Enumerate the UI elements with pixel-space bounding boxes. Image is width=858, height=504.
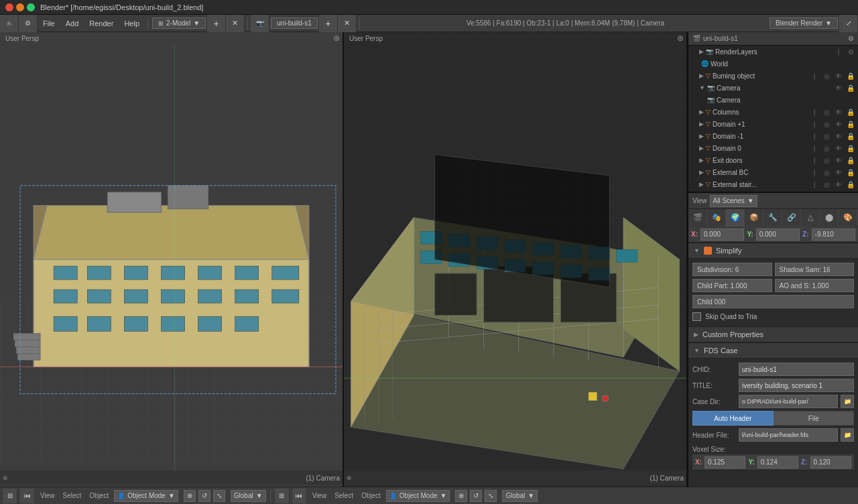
props-tab-scene[interactable]: 🎭	[707, 209, 726, 227]
props-tab-constraints[interactable]: 🔗	[782, 209, 801, 227]
props-tab-world[interactable]: 🌍	[726, 209, 745, 227]
outliner-item-camera-group[interactable]: ▼ 📷 Camera 👁 🔒	[688, 82, 858, 94]
blender-menu-button[interactable]: ⎌	[0, 15, 19, 32]
status-object-left[interactable]: Object	[86, 492, 111, 499]
domain0-cursor[interactable]: ◎	[822, 145, 831, 152]
header-file-value[interactable]: l/uni-build-par/header.fds	[739, 428, 838, 442]
col-eye[interactable]: 👁	[834, 109, 843, 116]
outliner-item-camera-child[interactable]: 📷 Camera	[688, 94, 858, 106]
props-tab-data[interactable]: △	[801, 209, 820, 227]
props-tab-texture[interactable]: 🎨	[839, 209, 857, 227]
outliner-item-domain-plus1[interactable]: ▶ ▽ Domain +1 | ◎ 👁 🔒	[688, 118, 858, 130]
fds-case-section-header[interactable]: ▼ FDS Case	[688, 342, 858, 359]
exit-lock[interactable]: 🔒	[846, 157, 855, 164]
viewport-right-options[interactable]: ⊕	[677, 34, 684, 43]
scene-selector[interactable]: All Scenes ▼	[710, 195, 757, 207]
close-layout-button[interactable]: ✕	[226, 15, 245, 32]
viewport-left[interactable]: User Persp ⊕	[0, 32, 344, 487]
estair-eye[interactable]: 👁	[834, 181, 843, 188]
props-tab-object[interactable]: 📦	[745, 209, 763, 227]
domainm1-lock[interactable]: 🔒	[846, 133, 855, 140]
outliner-settings-icon[interactable]: ⚙	[848, 35, 854, 42]
settings-button[interactable]: ⚙	[19, 15, 38, 32]
burning-lock-icon[interactable]: 🔒	[846, 72, 855, 80]
file-button[interactable]: File	[774, 411, 855, 426]
layout-selector[interactable]: ⊞ 2-Model ▼	[152, 17, 206, 29]
outliner-item-columns[interactable]: ▶ ▽ Columns | ◎ 👁 🔒	[688, 106, 858, 118]
props-tab-render[interactable]: 🎬	[688, 209, 707, 227]
title-value[interactable]: iversity building, scenario 1	[739, 379, 854, 392]
y-coord-field[interactable]: 0.000	[756, 229, 800, 241]
auto-header-button[interactable]: Auto Header	[692, 411, 774, 426]
shadow-sam-field[interactable]: Shadow Sam: 16	[775, 263, 855, 276]
custom-props-section-header[interactable]: ▶ Custom Properties	[688, 326, 858, 342]
transform-select-right[interactable]: Global ▼	[502, 490, 538, 502]
menu-file[interactable]: File	[38, 15, 60, 32]
outliner[interactable]: 🎬 uni-build-s1 ⚙ ▶ 📷 RenderLayers | ⚙ 🌐	[688, 32, 858, 193]
close-workspace-button[interactable]: ✕	[338, 15, 357, 32]
ebc-cursor[interactable]: ◎	[822, 169, 831, 176]
col-lock[interactable]: 🔒	[846, 109, 855, 116]
add-layout-button[interactable]: +	[207, 15, 226, 32]
properties-content[interactable]: ▼ Simplify Subdivision: 6 Shadow Sam: 16…	[688, 243, 858, 487]
case-dir-value[interactable]: o DIPRADI/uni-build-par/	[739, 395, 838, 408]
mode-select-left[interactable]: 👤 Object Mode ▼	[114, 490, 178, 502]
voxel-z-field[interactable]: 0.120	[810, 456, 851, 468]
exit-cursor[interactable]: ◎	[822, 157, 831, 164]
status-select-left[interactable]: Select	[60, 492, 84, 499]
ebc-lock[interactable]: 🔒	[846, 169, 855, 176]
ebc-eye[interactable]: 👁	[834, 169, 843, 176]
status-object-right[interactable]: Object	[359, 492, 383, 499]
outliner-item-exit-doors[interactable]: ▶ ▽ Exit doors | ◎ 👁 🔒	[688, 154, 858, 166]
estair-cursor[interactable]: ◎	[822, 181, 831, 188]
case-dir-browse-button[interactable]: 📁	[841, 395, 854, 408]
status-view-left[interactable]: View	[38, 492, 58, 499]
workspace-selector[interactable]: uni-build-s1	[271, 17, 318, 29]
outliner-item-world[interactable]: 🌐 World	[688, 58, 858, 70]
domainm1-cursor[interactable]: ◎	[822, 133, 831, 140]
scale-right[interactable]: ⤡	[485, 490, 497, 502]
burning-cursor-icon[interactable]: ◎	[822, 72, 831, 80]
domain1-cursor[interactable]: ◎	[822, 121, 831, 128]
outliner-item-external-stair[interactable]: ▶ ▽ External stair... | ◎ 👁 🔒	[688, 178, 858, 190]
header-file-browse-button[interactable]: 📁	[841, 428, 854, 442]
simplify-section-header[interactable]: ▼ Simplify	[688, 243, 858, 259]
renderlayers-settings-icon[interactable]: ⚙	[846, 48, 855, 56]
minimize-button[interactable]	[16, 3, 24, 11]
cgroup-eye-icon[interactable]: 👁	[834, 84, 843, 92]
renderlayers-link-icon[interactable]: |	[834, 48, 843, 56]
grab-right[interactable]: ⊕	[455, 490, 467, 502]
status-anim-left[interactable]: ⏮	[20, 489, 35, 503]
status-view-right[interactable]: View	[310, 492, 330, 499]
domainm1-eye[interactable]: 👁	[834, 133, 843, 140]
chid-value[interactable]: uni-build-s1	[739, 363, 854, 376]
exit-eye[interactable]: 👁	[834, 157, 843, 164]
render-engine-selector[interactable]: Blender Render ▼	[770, 17, 838, 29]
camera-icon[interactable]: 📷	[251, 15, 269, 32]
domain1-eye[interactable]: 👁	[834, 121, 843, 128]
child-part-field[interactable]: Child Part: 1.000	[692, 279, 772, 292]
domain0-lock[interactable]: 🔒	[846, 145, 855, 152]
viewport-left-options[interactable]: ⊕	[333, 34, 340, 43]
skip-quad-checkbox[interactable]	[692, 312, 701, 321]
props-tab-modifier[interactable]: 🔧	[763, 209, 782, 227]
outliner-item-domain-minus1[interactable]: ▶ ▽ Domain -1 | ◎ 👁 🔒	[688, 130, 858, 142]
voxel-y-field[interactable]: 0.124	[757, 456, 798, 468]
voxel-x-field[interactable]: 0.125	[704, 456, 745, 468]
props-tab-material[interactable]: ⬤	[820, 209, 839, 227]
z-coord-field[interactable]: -9.810	[812, 229, 855, 241]
add-workspace-button[interactable]: +	[319, 15, 338, 32]
status-menu-right[interactable]: ⊞	[275, 489, 290, 503]
outliner-item-renderlayers[interactable]: ▶ 📷 RenderLayers | ⚙	[688, 46, 858, 58]
outliner-item-domain-0[interactable]: ▶ ▽ Domain 0 | ◎ 👁 🔒	[688, 142, 858, 154]
scale-left[interactable]: ⤡	[213, 490, 225, 502]
menu-help[interactable]: Help	[119, 15, 145, 32]
menu-add[interactable]: Add	[60, 15, 84, 32]
domain0-eye[interactable]: 👁	[834, 145, 843, 152]
subdivision-field[interactable]: Subdivision: 6	[692, 263, 772, 276]
status-select-right[interactable]: Select	[332, 492, 356, 499]
grab-left[interactable]: ⊕	[184, 490, 196, 502]
cgroup-lock-icon[interactable]: 🔒	[846, 84, 855, 92]
maximize-button[interactable]	[27, 3, 35, 11]
outliner-item-burning[interactable]: ▶ ▽ Buming object | ◎ 👁 🔒	[688, 70, 858, 82]
